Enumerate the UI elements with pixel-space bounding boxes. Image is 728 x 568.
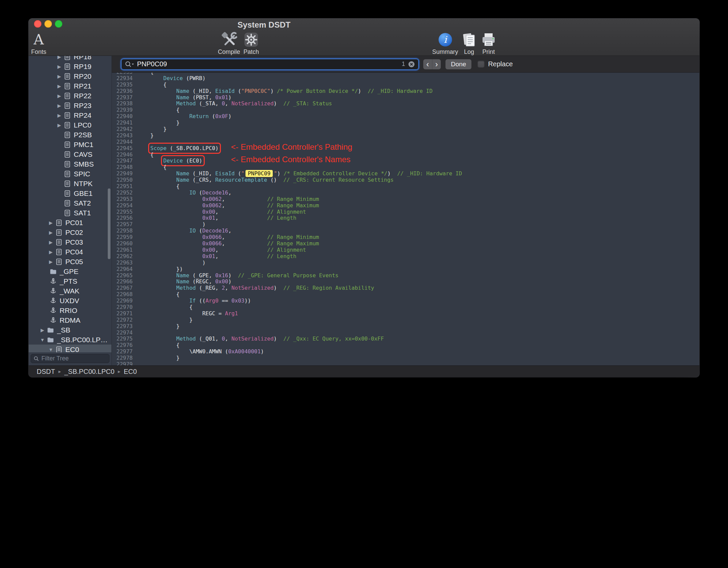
disclosure-closed-icon[interactable]: ▶ <box>55 122 64 128</box>
tree-item--wak[interactable]: _WAK <box>29 286 111 296</box>
toolbar-patch-button[interactable]: Patch <box>243 31 259 56</box>
tree-item-rp22[interactable]: ▶RP22 <box>29 91 111 101</box>
disclosure-closed-icon[interactable]: ▶ <box>46 220 55 225</box>
disclosure-closed-icon[interactable]: ▶ <box>55 93 64 99</box>
disclosure-closed-icon[interactable]: ▶ <box>55 113 64 118</box>
line-number: 22962 <box>112 253 137 260</box>
tree-item-spic[interactable]: SPIC <box>29 169 111 179</box>
tree-item-ntpk[interactable]: NTPK <box>29 179 111 188</box>
tree-item-pc02[interactable]: ▶PC02 <box>29 227 111 237</box>
code-line: 22940 Return (0x0F) <box>112 113 699 120</box>
sidebar-scrollbar[interactable] <box>108 188 110 259</box>
toolbar-fonts-button[interactable]: A Fonts <box>31 31 46 56</box>
tree-item-pc05[interactable]: ▶PC05 <box>29 257 111 267</box>
tree-item-pc04[interactable]: ▶PC04 <box>29 247 111 257</box>
breadcrumb-item[interactable]: EC0 <box>124 368 137 376</box>
tree-item--sb[interactable]: ▶_SB <box>29 325 111 335</box>
code-token: == <box>219 297 232 304</box>
tree-item-pmc1[interactable]: PMC1 <box>29 140 111 149</box>
tree-item-cavs[interactable]: CAVS <box>29 149 111 159</box>
disclosure-closed-icon[interactable]: ▶ <box>46 249 55 255</box>
tree-item-rdma[interactable]: RDMA <box>29 315 111 325</box>
tree-item-pc01[interactable]: ▶PC01 <box>29 218 111 227</box>
code-line-content: Name (_HID, EisaId ("PNP0C09") /* Embedd… <box>137 171 699 177</box>
code-token: ) <box>358 88 368 94</box>
toolbar-print-button[interactable]: Print <box>481 31 497 56</box>
replace-checkbox[interactable] <box>477 61 485 68</box>
tree-item-pc03[interactable]: ▶PC03 <box>29 237 111 247</box>
disclosure-closed-icon[interactable]: ▶ <box>55 56 64 60</box>
zoom-button[interactable] <box>55 20 62 28</box>
disclosure-closed-icon[interactable]: ▶ <box>55 64 64 69</box>
line-number: 22956 <box>112 215 137 221</box>
toolbar-summary-button[interactable]: i Summary <box>432 31 458 56</box>
tree-item-ec0[interactable]: ▼EC0 <box>29 345 111 352</box>
breadcrumb-item[interactable]: _SB.PC00.LPC0 <box>64 368 114 376</box>
code-line: 22979 <box>112 361 699 365</box>
tree-item-smbs[interactable]: SMBS <box>29 159 111 169</box>
disclosure-closed-icon[interactable]: ▶ <box>55 83 64 89</box>
tree-item--pts[interactable]: _PTS <box>29 276 111 286</box>
filter-tree-input[interactable]: Filter Tree <box>31 354 109 363</box>
tree-item-uxdv[interactable]: UXDV <box>29 296 111 306</box>
tree-item-p2sb[interactable]: P2SB <box>29 130 111 140</box>
toolbar-log-button[interactable]: Log <box>461 31 477 56</box>
done-button[interactable]: Done <box>445 59 471 69</box>
summary-info-icon: i <box>432 31 458 48</box>
doc-icon <box>64 209 71 217</box>
code-line: 22939 { <box>112 107 699 113</box>
code-line: 22951 { <box>112 183 699 190</box>
disclosure-open-icon[interactable]: ▼ <box>38 337 47 343</box>
code-token: // Length <box>267 253 296 259</box>
code-line-content: Method (_REG, 2, NotSerialized) // _REG:… <box>137 285 699 291</box>
disclosure-closed-icon[interactable]: ▶ <box>46 259 55 264</box>
disclosure-closed-icon[interactable]: ▶ <box>55 103 64 108</box>
disclosure-closed-icon[interactable]: ▶ <box>46 240 55 245</box>
line-number: 22974 <box>112 330 137 336</box>
code-token: ) <box>277 170 284 177</box>
disclosure-closed-icon[interactable]: ▶ <box>38 327 47 333</box>
tree-item-rp18[interactable]: ▶RP18 <box>29 56 111 62</box>
toolbar-compile-button[interactable]: Compile <box>218 31 240 56</box>
disclosure-closed-icon[interactable]: ▶ <box>46 230 55 235</box>
tree-item--gpe[interactable]: _GPE <box>29 267 111 276</box>
tree-item-sat1[interactable]: SAT1 <box>29 208 111 218</box>
tree-item-rp24[interactable]: ▶RP24 <box>29 110 111 120</box>
code-token: ( <box>196 189 202 196</box>
code-editor[interactable]: 22933 {22934 Device (PWRB)22935 {22936 N… <box>112 73 699 365</box>
minimize-button[interactable] <box>44 20 52 28</box>
tree-item-sat2[interactable]: SAT2 <box>29 198 111 208</box>
close-button[interactable] <box>34 20 41 28</box>
disclosure-closed-icon[interactable]: ▶ <box>55 74 64 79</box>
line-number: 22934 <box>112 75 137 82</box>
code-line-content: } <box>137 133 699 139</box>
find-next-button[interactable]: › <box>432 59 441 69</box>
tree-item-gbe1[interactable]: GBE1 <box>29 188 111 198</box>
code-token: (_Q01, <box>196 335 222 342</box>
code-token <box>137 278 176 285</box>
tree-item-rp20[interactable]: ▶RP20 <box>29 71 111 81</box>
breadcrumb-item[interactable]: DSDT <box>37 368 55 376</box>
line-number: 22966 <box>112 279 137 285</box>
code-token: (PWRB) <box>183 75 205 81</box>
find-previous-button[interactable]: ‹ <box>423 59 432 69</box>
disclosure-open-icon[interactable]: ▼ <box>46 347 55 352</box>
tree-item-rp19[interactable]: ▶RP19 <box>29 62 111 71</box>
code-lines: 22933 {22934 Device (PWRB)22935 {22936 N… <box>112 73 699 365</box>
search-input[interactable]: PNP0C09 1 <box>121 59 419 70</box>
tree-item-rp23[interactable]: ▶RP23 <box>29 101 111 110</box>
line-number: 22937 <box>112 95 137 101</box>
code-token <box>137 113 189 119</box>
code-token: 0x0F <box>215 113 228 119</box>
tree-item-rp21[interactable]: ▶RP21 <box>29 81 111 91</box>
tree: ▶RP18▶RP19▶RP20▶RP21▶RP22▶RP23▶RP24▶LPC0… <box>29 56 111 352</box>
tree-item-rrio[interactable]: RRIO <box>29 306 111 315</box>
clear-search-icon[interactable] <box>408 61 415 68</box>
doc-icon <box>55 248 63 256</box>
code-token <box>137 157 163 164</box>
code-token: , <box>222 202 267 209</box>
tree-item-lpc0[interactable]: ▶LPC0 <box>29 120 111 130</box>
folder-icon <box>47 326 54 334</box>
code-token: // Alignment <box>267 209 306 215</box>
tree-item--sb-pc00-lp-[interactable]: ▼_SB.PC00.LP… <box>29 335 111 345</box>
